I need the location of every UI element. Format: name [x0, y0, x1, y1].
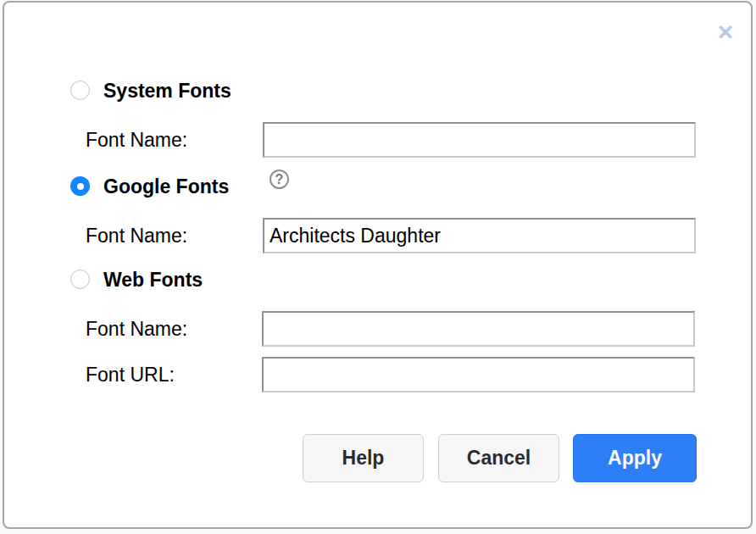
help-question-icon[interactable]: ? [270, 170, 289, 189]
system-font-name-label: Font Name: [86, 122, 187, 158]
google-fonts-label: Google Fonts [103, 175, 229, 198]
radio-dot [77, 183, 84, 190]
web-font-url-input[interactable] [262, 357, 695, 392]
system-fonts-label: System Fonts [103, 79, 231, 103]
google-font-name-input[interactable] [263, 218, 696, 253]
google-fonts-radio[interactable] [70, 176, 90, 196]
web-font-url-label: Font URL: [86, 357, 175, 392]
web-font-name-input[interactable] [262, 311, 695, 347]
system-fonts-radio[interactable] [70, 81, 90, 100]
web-font-name-label: Font Name: [86, 311, 187, 347]
web-fonts-label: Web Fonts [103, 268, 203, 292]
help-button[interactable]: Help [303, 434, 424, 482]
close-icon[interactable]: ✕ [713, 19, 738, 45]
apply-button[interactable]: Apply [573, 434, 697, 482]
system-font-name-input[interactable] [263, 122, 696, 158]
cancel-button[interactable]: Cancel [438, 434, 559, 482]
google-font-name-label: Font Name: [86, 218, 187, 253]
web-fonts-radio[interactable] [70, 270, 90, 289]
font-settings-dialog: ✕ System Fonts Font Name: Google Fonts ?… [3, 1, 753, 529]
